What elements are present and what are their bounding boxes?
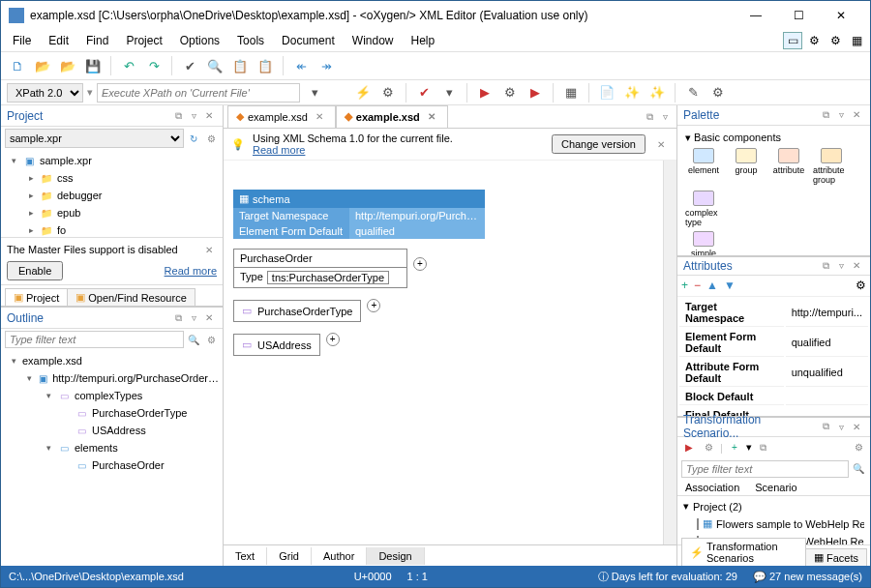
menu-edit[interactable]: Edit (41, 32, 76, 49)
info-readmore-link[interactable]: Read more (253, 144, 305, 156)
attr-up-icon[interactable]: ▲ (706, 279, 718, 292)
view-design[interactable]: Design (367, 547, 424, 565)
redo-icon[interactable]: ↷ (143, 55, 165, 76)
outline-close-icon[interactable]: ✕ (201, 310, 217, 326)
attr-row[interactable]: Element Form Defaultqualified (679, 329, 868, 357)
palette-restore-icon[interactable]: ⧉ (818, 107, 833, 123)
tab-facets[interactable]: ▦Facets (805, 548, 867, 566)
tab-open-find[interactable]: ▣Open/Find Resource (67, 288, 195, 306)
xpath-dropdown-icon[interactable]: ▾ (304, 82, 325, 103)
perspective-xquery-icon[interactable]: ⚙ (826, 32, 845, 49)
trans-config-icon[interactable]: ⚙ (701, 440, 716, 456)
purchaseordertype-box[interactable]: ▭PurchaseOrderType (233, 300, 361, 322)
tabs-restore-icon[interactable]: ⧉ (642, 109, 657, 125)
expand-icon[interactable]: + (413, 257, 427, 271)
expand-icon[interactable]: + (326, 333, 340, 346)
outline-ns[interactable]: ▾▣http://tempuri.org/PurchaseOrderSchema… (22, 369, 219, 387)
close-button[interactable]: ✕ (820, 2, 862, 29)
menu-file[interactable]: File (5, 32, 39, 49)
attr-row[interactable]: Target Namespacehttp://tempuri... (679, 299, 868, 327)
outline-search-icon[interactable]: 🔍 (186, 332, 201, 347)
outline-purchaseordertype[interactable]: ▭PurchaseOrderType (57, 404, 219, 422)
project-file-select[interactable]: sample.xpr (5, 129, 184, 148)
palette-element[interactable]: element (685, 148, 722, 185)
outline-min-icon[interactable]: ▿ (186, 310, 201, 326)
project-folder-fo[interactable]: ▸📁fo (22, 221, 219, 237)
trans-dup-icon[interactable]: ⧉ (756, 440, 771, 456)
outline-purchaseorder[interactable]: ▭PurchaseOrder (57, 456, 219, 474)
editor-tab-0[interactable]: ◆example.xsd✕ (227, 105, 336, 129)
status-messages[interactable]: 💬 27 new message(s) (753, 571, 862, 583)
trans-add-icon[interactable]: + (727, 440, 742, 456)
schema-box[interactable]: ▦schema Target Namespacehttp://tempuri.o… (233, 190, 485, 239)
project-folder-epub[interactable]: ▸📁epub (22, 204, 219, 221)
gear-icon[interactable]: ⚙ (377, 82, 399, 103)
attr-row[interactable]: Block Default (679, 389, 868, 405)
run-icon[interactable]: ▶ (474, 82, 496, 103)
open-url-icon[interactable]: 📂 (57, 55, 78, 76)
editor-tab-1[interactable]: ◆example.xsd✕ (336, 105, 448, 129)
validate-dropdown-icon[interactable]: ▾ (438, 82, 460, 103)
save-icon[interactable]: 💾 (82, 55, 104, 76)
trans-tab-scenario[interactable]: Scenario (747, 480, 804, 495)
outline-elements[interactable]: ▾▭elements (40, 439, 219, 456)
trans-tab-assoc[interactable]: Association (677, 480, 747, 495)
menu-help[interactable]: Help (404, 32, 443, 49)
minimize-button[interactable]: — (735, 2, 777, 29)
enable-button[interactable]: Enable (7, 261, 63, 280)
trans-gear-icon[interactable]: ⚙ (851, 440, 866, 456)
tabs-min-icon[interactable]: ▿ (657, 109, 673, 125)
project-folder-debugger[interactable]: ▸📁debugger (22, 187, 219, 204)
view-grid[interactable]: Grid (267, 547, 312, 565)
palette-min-icon[interactable]: ▿ (833, 107, 849, 123)
project-gear-icon[interactable]: ⚙ (203, 131, 219, 146)
master-close-icon[interactable]: ✕ (201, 242, 217, 257)
outline-root[interactable]: ▾example.xsd (5, 352, 219, 369)
run-config-icon[interactable]: ⚙ (499, 82, 521, 103)
readmore-link[interactable]: Read more (165, 265, 217, 277)
attrs-restore-icon[interactable]: ⧉ (818, 258, 833, 274)
xpath-options-icon[interactable]: ⚡ (352, 82, 374, 103)
generate-doc-icon[interactable]: 📄 (596, 82, 617, 103)
outline-gear-icon[interactable]: ⚙ (203, 332, 219, 347)
checkbox-icon[interactable] (697, 518, 699, 530)
perspective-xslt-icon[interactable]: ⚙ (804, 32, 824, 49)
search-icon[interactable]: 🔍 (204, 55, 225, 76)
edit-config-icon[interactable]: ⚙ (707, 82, 729, 103)
trans-item-0[interactable]: ▦Flowers sample to WebHelp Respo (683, 515, 864, 533)
back-icon[interactable]: ↞ (290, 55, 312, 76)
maximize-button[interactable]: ☐ (777, 2, 820, 29)
expand-icon[interactable]: + (367, 299, 380, 312)
tab-project[interactable]: ▣Project (5, 288, 68, 306)
open-icon[interactable]: 📂 (32, 55, 53, 76)
spellcheck-icon[interactable]: ✔ (179, 55, 200, 76)
trans-search-icon[interactable]: 🔍 (851, 461, 866, 477)
undo-icon[interactable]: ↶ (118, 55, 139, 76)
menu-project[interactable]: Project (118, 32, 169, 49)
forward-icon[interactable]: ↠ (315, 55, 337, 76)
refresh-icon[interactable]: ↻ (186, 131, 201, 146)
project-root[interactable]: ▾▣sample.xpr (5, 152, 219, 169)
palette-simple[interactable]: simple (685, 231, 722, 255)
debug-icon[interactable]: ▶ (525, 82, 546, 103)
project-folder-css[interactable]: ▸📁css (22, 169, 219, 187)
new-icon[interactable]: 🗋 (7, 55, 28, 76)
usaddress-box[interactable]: ▭USAddress (233, 334, 320, 356)
validate-icon[interactable]: ✔ (413, 82, 435, 103)
xpath-version-select[interactable]: XPath 2.0 (7, 83, 83, 103)
trans-project-group[interactable]: ▾Project (2) (683, 498, 864, 515)
outline-restore-icon[interactable]: ⧉ (170, 310, 186, 326)
outline-complextypes[interactable]: ▾▭complexTypes (40, 387, 219, 404)
menu-document[interactable]: Document (274, 32, 343, 49)
attrs-min-icon[interactable]: ▿ (833, 258, 849, 274)
design-canvas[interactable]: ▦schema Target Namespacehttp://tempuri.o… (224, 161, 663, 544)
tab-transformation-scenarios[interactable]: ⚡Transformation Scenarios (681, 538, 806, 566)
wand2-icon[interactable]: ✨ (646, 82, 668, 103)
perspective-database-icon[interactable]: ▦ (847, 32, 866, 49)
palette-close-icon[interactable]: ✕ (849, 107, 864, 123)
attr-down-icon[interactable]: ▼ (724, 279, 736, 292)
trans-close-icon[interactable]: ✕ (849, 419, 864, 434)
attr-row[interactable]: Attribute Form Defaultunqualified (679, 359, 868, 387)
attr-add-icon[interactable]: + (681, 279, 688, 292)
transform-filter-input[interactable] (681, 460, 849, 478)
